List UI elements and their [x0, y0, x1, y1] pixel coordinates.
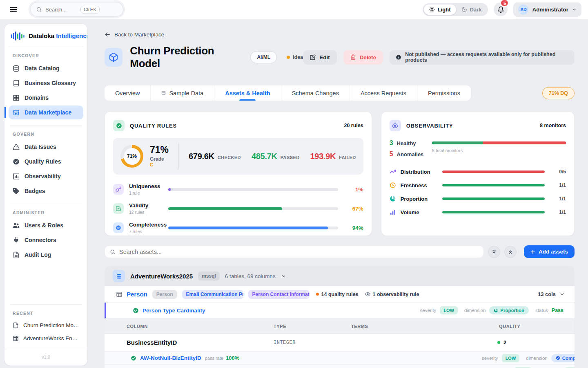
asset-search-input[interactable] — [119, 249, 479, 255]
column-rule-row-notnull[interactable]: AW-NotNull-BizEntityID pass rate 100% se… — [105, 352, 575, 365]
sidebar-item-quality-rules[interactable]: Quality Rules — [9, 155, 83, 168]
quality-count-value: 2 — [503, 339, 506, 346]
topbar: Ctrl+K Light Dark 5 AD Adm — [0, 0, 588, 19]
sidebar-item-data-issues[interactable]: Data Issues — [9, 140, 83, 154]
sidebar-item-users-roles[interactable]: Users & Roles — [9, 218, 83, 232]
table-grid-icon — [161, 91, 166, 95]
expand-all-button[interactable] — [504, 246, 517, 258]
healthy-row: 3 Healthy — [390, 139, 432, 147]
dimension-name: Uniqueness — [129, 183, 168, 189]
column-quality-count: 2 — [497, 339, 506, 346]
quality-rules-summary: 14 quality rules — [316, 292, 359, 297]
table-name-link[interactable]: Person — [127, 291, 147, 298]
sidebar-item-connectors[interactable]: Connectors — [9, 233, 83, 247]
clock-icon — [390, 182, 396, 188]
sidebar-item-data-catalog[interactable]: Data Catalog — [9, 61, 83, 75]
section-title-govern: GOVERN — [9, 126, 83, 139]
sidebar-item-observability[interactable]: Observability — [9, 169, 83, 183]
engine-badge: mssql — [198, 272, 220, 280]
rule-name-link[interactable]: Person Type Cardinality — [143, 307, 205, 314]
chevron-down-icon[interactable] — [281, 274, 286, 279]
severity-label: severity — [482, 356, 498, 361]
tab-bar: Overview Sample Data Assets & Health Sch… — [105, 85, 471, 101]
theme-dark-label: Dark — [470, 7, 482, 13]
back-to-marketplace-link[interactable]: Back to Marketplace — [105, 31, 164, 38]
search-input[interactable] — [45, 7, 80, 13]
dimension-badge: Proportion — [489, 306, 529, 314]
total-monitors-label: 8 total monitors — [432, 148, 566, 153]
main-content: Back to Marketplace Churn Prediction Mod… — [105, 19, 575, 368]
delete-button[interactable]: Delete — [343, 50, 383, 65]
brand: Dataloka Intelligence — [9, 30, 83, 47]
column-row-businessentityid[interactable]: BusinessEntityID INTEGER 2 — [105, 334, 575, 352]
tab-permissions[interactable]: Permissions — [417, 85, 471, 101]
eye-icon — [390, 120, 401, 131]
sidebar-item-label: Data Catalog — [24, 65, 60, 72]
notice-text: Not published — access requests availabl… — [405, 52, 568, 63]
notifications-button[interactable]: 5 — [494, 2, 508, 16]
users-icon — [13, 222, 20, 229]
rule-name-link[interactable]: AW-NotNull-BizEntityID — [140, 355, 201, 361]
anomaly-segment — [483, 141, 566, 144]
observability-card-header: OBSERVABILITY 8 monitors — [390, 120, 566, 131]
theme-dark-button[interactable]: Dark — [456, 4, 487, 15]
app-version: v1.0 — [4, 349, 87, 366]
dimension-name: Validity — [129, 202, 168, 209]
dimension-labels: Completeness 7 rules — [129, 222, 168, 234]
tab-sample-data[interactable]: Sample Data — [151, 85, 214, 101]
add-assets-button[interactable]: Add assets — [524, 245, 575, 258]
dimension-pct: 1% — [346, 186, 363, 193]
sidebar-item-label: Business Glossary — [24, 80, 76, 86]
summary-cards: QUALITY RULES 20 rules 71% 71% Grade C 6… — [105, 111, 575, 236]
table-rule-row-person-type-cardinality[interactable]: Person Type Cardinality severity LOW dim… — [105, 303, 575, 319]
pass-rate-value: 100% — [226, 355, 239, 361]
sidebar-item-badges[interactable]: Badges — [9, 184, 83, 198]
sidebar-item-label: Domains — [24, 94, 49, 101]
warning-triangle-icon — [13, 144, 20, 150]
term-badge[interactable]: Email Communication Pref — [182, 290, 243, 299]
recent-item-adventureworks[interactable]: AdventureWorks Enterpr… — [9, 332, 83, 345]
plus-icon — [530, 249, 535, 254]
sidebar-item-audit-log[interactable]: Audit Log — [9, 248, 83, 262]
asset-search[interactable] — [105, 245, 484, 258]
failed-stat: 193.9K FAILED — [310, 152, 356, 161]
section-title-discover: DISCOVER — [9, 47, 83, 61]
collapse-all-button[interactable] — [488, 246, 500, 258]
sidebar-item-label: Observability — [24, 173, 61, 180]
column-rule-row-typelist[interactable]: AW-TypeList-BizEntity severity LOW dimen… — [105, 365, 575, 368]
recent-item-churn-prediction-model[interactable]: Churn Prediction Model — [9, 319, 83, 332]
card-title: QUALITY RULES — [130, 123, 177, 129]
sidebar-item-label: Users & Roles — [24, 222, 63, 229]
back-link-label: Back to Marketplace — [114, 31, 164, 38]
sidebar-item-business-glossary[interactable]: Business Glossary — [9, 76, 83, 90]
status-label: status — [535, 308, 548, 313]
recent-block: RECENT Churn Prediction Model AdventureW… — [9, 299, 83, 366]
global-search[interactable]: Ctrl+K — [30, 2, 123, 17]
passed-label: PASSED — [281, 155, 300, 160]
pie-chart-icon — [494, 308, 498, 313]
tab-assets-health[interactable]: Assets & Health — [214, 85, 281, 101]
sidebar-item-domains[interactable]: Domains — [9, 91, 83, 105]
dimension-bar — [168, 207, 338, 210]
eye-icon — [365, 292, 370, 297]
edit-button[interactable]: Edit — [303, 50, 337, 65]
theme-light-button[interactable]: Light — [424, 4, 456, 15]
severity-badge: LOW — [502, 354, 520, 362]
user-menu[interactable]: AD Administrator — [513, 2, 581, 17]
tab-access-requests[interactable]: Access Requests — [350, 85, 417, 101]
hamburger-menu-icon[interactable] — [9, 5, 18, 14]
table-row-person[interactable]: Person Person Email Communication Pref P… — [105, 286, 575, 303]
term-badge[interactable]: Person Contact Informatio — [248, 290, 310, 299]
assets-toolbar: Add assets — [105, 245, 575, 258]
tab-label: Assets & Health — [225, 90, 270, 96]
columns-toggle[interactable]: 13 cols — [538, 291, 565, 297]
sidebar-item-data-marketplace[interactable]: Data Marketplace — [9, 105, 83, 119]
monitor-bar — [442, 171, 545, 173]
database-icon — [113, 270, 125, 282]
topbar-right: Light Dark 5 AD Administrator — [423, 2, 581, 17]
source-row-adventureworks2025[interactable]: AdventureWorks2025 mssql 6 tables, 69 co… — [105, 266, 575, 286]
table-grid-icon — [13, 335, 19, 341]
tab-schema-changes[interactable]: Schema Changes — [281, 85, 350, 101]
dimension-pct: 94% — [346, 225, 363, 231]
tab-overview[interactable]: Overview — [105, 85, 151, 101]
